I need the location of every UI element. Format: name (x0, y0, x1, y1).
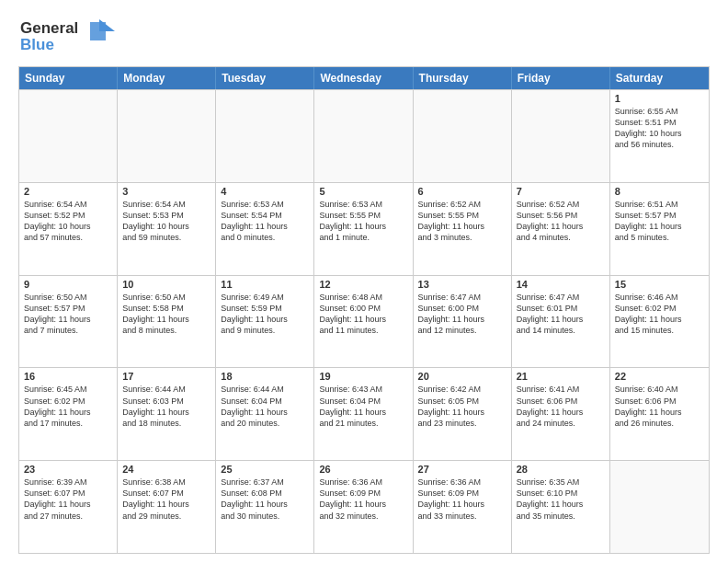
calendar-cell: 20Sunrise: 6:42 AM Sunset: 6:05 PM Dayli… (414, 368, 512, 460)
cell-daylight-info: Sunrise: 6:46 AM Sunset: 6:02 PM Dayligh… (615, 292, 704, 337)
calendar-cell: 28Sunrise: 6:35 AM Sunset: 6:10 PM Dayli… (512, 461, 610, 553)
cell-daylight-info: Sunrise: 6:44 AM Sunset: 6:03 PM Dayligh… (122, 384, 210, 429)
cell-daylight-info: Sunrise: 6:41 AM Sunset: 6:06 PM Dayligh… (517, 384, 605, 429)
weekday-header: Monday (118, 67, 216, 89)
calendar-week-row: 2Sunrise: 6:54 AM Sunset: 5:52 PM Daylig… (19, 182, 709, 275)
calendar-cell: 21Sunrise: 6:41 AM Sunset: 6:06 PM Dayli… (512, 368, 610, 460)
svg-marker-3 (99, 19, 115, 31)
cell-daylight-info: Sunrise: 6:50 AM Sunset: 5:57 PM Dayligh… (24, 292, 112, 337)
calendar-cell: 15Sunrise: 6:46 AM Sunset: 6:02 PM Dayli… (610, 276, 709, 368)
calendar-cell: 8Sunrise: 6:51 AM Sunset: 5:57 PM Daylig… (610, 183, 709, 275)
day-number: 19 (319, 371, 407, 382)
cell-daylight-info: Sunrise: 6:44 AM Sunset: 6:04 PM Dayligh… (221, 384, 309, 429)
calendar-cell: 27Sunrise: 6:36 AM Sunset: 6:09 PM Dayli… (414, 461, 512, 553)
calendar-cell: 7Sunrise: 6:52 AM Sunset: 5:56 PM Daylig… (512, 183, 610, 275)
day-number: 2 (24, 186, 112, 197)
calendar-body: 1Sunrise: 6:55 AM Sunset: 5:51 PM Daylig… (19, 89, 709, 553)
cell-daylight-info: Sunrise: 6:55 AM Sunset: 5:51 PM Dayligh… (615, 106, 704, 151)
day-number: 15 (615, 279, 704, 290)
day-number: 4 (221, 186, 309, 197)
day-number: 25 (221, 464, 309, 475)
cell-daylight-info: Sunrise: 6:42 AM Sunset: 6:05 PM Dayligh… (418, 384, 506, 429)
day-number: 21 (517, 371, 605, 382)
weekday-header: Wednesday (314, 67, 413, 89)
weekday-header: Saturday (610, 67, 709, 89)
calendar-cell: 4Sunrise: 6:53 AM Sunset: 5:54 PM Daylig… (216, 183, 314, 275)
cell-daylight-info: Sunrise: 6:48 AM Sunset: 6:00 PM Dayligh… (319, 292, 407, 337)
calendar-cell (314, 90, 413, 182)
calendar-header: SundayMondayTuesdayWednesdayThursdayFrid… (19, 67, 709, 89)
day-number: 14 (517, 279, 605, 290)
calendar: SundayMondayTuesdayWednesdayThursdayFrid… (18, 66, 710, 554)
weekday-header: Friday (512, 67, 610, 89)
day-number: 6 (418, 186, 506, 197)
cell-daylight-info: Sunrise: 6:52 AM Sunset: 5:55 PM Dayligh… (418, 199, 506, 244)
calendar-cell: 3Sunrise: 6:54 AM Sunset: 5:53 PM Daylig… (118, 183, 216, 275)
cell-daylight-info: Sunrise: 6:36 AM Sunset: 6:09 PM Dayligh… (319, 477, 407, 522)
day-number: 20 (418, 371, 506, 382)
cell-daylight-info: Sunrise: 6:39 AM Sunset: 6:07 PM Dayligh… (24, 477, 112, 522)
day-number: 18 (221, 371, 309, 382)
cell-daylight-info: Sunrise: 6:53 AM Sunset: 5:55 PM Dayligh… (319, 199, 407, 244)
cell-daylight-info: Sunrise: 6:47 AM Sunset: 6:01 PM Dayligh… (517, 292, 605, 337)
calendar-week-row: 16Sunrise: 6:45 AM Sunset: 6:02 PM Dayli… (19, 367, 709, 460)
cell-daylight-info: Sunrise: 6:36 AM Sunset: 6:09 PM Dayligh… (418, 477, 506, 522)
day-number: 28 (517, 464, 605, 475)
calendar-week-row: 9Sunrise: 6:50 AM Sunset: 5:57 PM Daylig… (19, 275, 709, 368)
calendar-cell: 26Sunrise: 6:36 AM Sunset: 6:09 PM Dayli… (314, 461, 413, 553)
calendar-week-row: 1Sunrise: 6:55 AM Sunset: 5:51 PM Daylig… (19, 89, 709, 182)
day-number: 26 (319, 464, 407, 475)
cell-daylight-info: Sunrise: 6:47 AM Sunset: 6:00 PM Dayligh… (418, 292, 506, 337)
calendar-cell: 14Sunrise: 6:47 AM Sunset: 6:01 PM Dayli… (512, 276, 610, 368)
calendar-cell: 24Sunrise: 6:38 AM Sunset: 6:07 PM Dayli… (118, 461, 216, 553)
day-number: 3 (122, 186, 210, 197)
calendar-cell (216, 90, 314, 182)
calendar-cell: 19Sunrise: 6:43 AM Sunset: 6:04 PM Dayli… (314, 368, 413, 460)
logo-text: General Blue (18, 15, 119, 59)
svg-text:General: General (20, 19, 78, 37)
cell-daylight-info: Sunrise: 6:40 AM Sunset: 6:06 PM Dayligh… (615, 384, 704, 429)
calendar-cell (19, 90, 118, 182)
calendar-cell (118, 90, 216, 182)
cell-daylight-info: Sunrise: 6:43 AM Sunset: 6:04 PM Dayligh… (319, 384, 407, 429)
calendar-cell: 23Sunrise: 6:39 AM Sunset: 6:07 PM Dayli… (19, 461, 118, 553)
day-number: 5 (319, 186, 407, 197)
calendar-cell (414, 90, 512, 182)
cell-daylight-info: Sunrise: 6:45 AM Sunset: 6:02 PM Dayligh… (24, 384, 112, 429)
day-number: 23 (24, 464, 112, 475)
calendar-cell: 10Sunrise: 6:50 AM Sunset: 5:58 PM Dayli… (118, 276, 216, 368)
day-number: 1 (615, 93, 704, 104)
page: General Blue SundayMondayTuesdayWednesda… (0, 0, 728, 563)
day-number: 10 (122, 279, 210, 290)
header: General Blue (18, 15, 710, 59)
cell-daylight-info: Sunrise: 6:35 AM Sunset: 6:10 PM Dayligh… (517, 477, 605, 522)
calendar-cell: 6Sunrise: 6:52 AM Sunset: 5:55 PM Daylig… (414, 183, 512, 275)
svg-text:Blue: Blue (20, 36, 54, 53)
day-number: 12 (319, 279, 407, 290)
calendar-cell: 1Sunrise: 6:55 AM Sunset: 5:51 PM Daylig… (610, 90, 709, 182)
calendar-cell: 22Sunrise: 6:40 AM Sunset: 6:06 PM Dayli… (610, 368, 709, 460)
calendar-cell: 17Sunrise: 6:44 AM Sunset: 6:03 PM Dayli… (118, 368, 216, 460)
cell-daylight-info: Sunrise: 6:51 AM Sunset: 5:57 PM Dayligh… (615, 199, 704, 244)
calendar-week-row: 23Sunrise: 6:39 AM Sunset: 6:07 PM Dayli… (19, 460, 709, 553)
day-number: 8 (615, 186, 704, 197)
calendar-cell: 13Sunrise: 6:47 AM Sunset: 6:00 PM Dayli… (414, 276, 512, 368)
day-number: 9 (24, 279, 112, 290)
calendar-cell: 16Sunrise: 6:45 AM Sunset: 6:02 PM Dayli… (19, 368, 118, 460)
cell-daylight-info: Sunrise: 6:53 AM Sunset: 5:54 PM Dayligh… (221, 199, 309, 244)
day-number: 24 (122, 464, 210, 475)
cell-daylight-info: Sunrise: 6:49 AM Sunset: 5:59 PM Dayligh… (221, 292, 309, 337)
calendar-cell (610, 461, 709, 553)
day-number: 22 (615, 371, 704, 382)
logo: General Blue (18, 15, 119, 59)
day-number: 27 (418, 464, 506, 475)
cell-daylight-info: Sunrise: 6:37 AM Sunset: 6:08 PM Dayligh… (221, 477, 309, 522)
calendar-cell: 9Sunrise: 6:50 AM Sunset: 5:57 PM Daylig… (19, 276, 118, 368)
calendar-cell (512, 90, 610, 182)
day-number: 7 (517, 186, 605, 197)
cell-daylight-info: Sunrise: 6:52 AM Sunset: 5:56 PM Dayligh… (517, 199, 605, 244)
weekday-header: Tuesday (216, 67, 314, 89)
calendar-cell: 11Sunrise: 6:49 AM Sunset: 5:59 PM Dayli… (216, 276, 314, 368)
calendar-cell: 25Sunrise: 6:37 AM Sunset: 6:08 PM Dayli… (216, 461, 314, 553)
cell-daylight-info: Sunrise: 6:54 AM Sunset: 5:53 PM Dayligh… (122, 199, 210, 244)
